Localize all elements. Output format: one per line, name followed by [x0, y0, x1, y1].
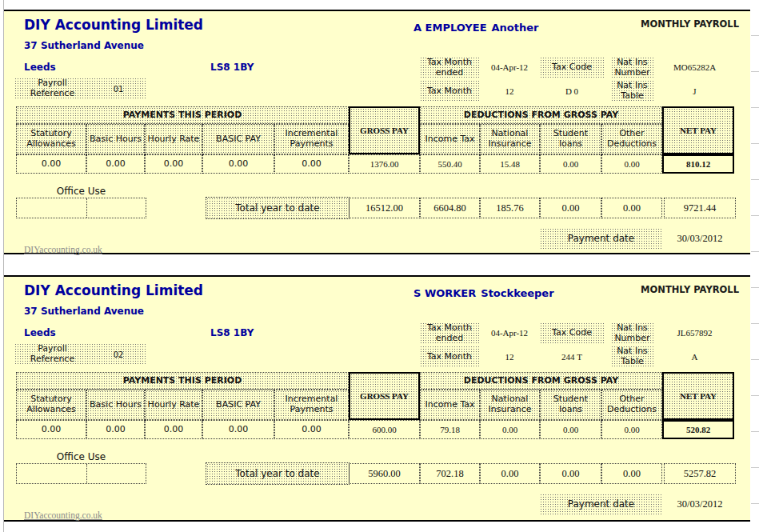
office-use-label: Office Use — [16, 451, 146, 462]
ytd-income-tax: 702.18 — [420, 463, 480, 484]
col-income-tax: Income Tax — [420, 124, 480, 154]
ytd-national-insurance: 0.00 — [480, 463, 540, 484]
company-name: DIY Accounting Limited — [24, 282, 203, 298]
payroll-reference-field: Payroll Reference 01 — [14, 78, 146, 100]
payment-date-label: Payment date — [540, 228, 662, 249]
col-basic-hours: Basic Hours — [86, 390, 145, 420]
col-hourly-rate: Hourly Rate — [145, 124, 202, 154]
ytd-student-loans: 0.00 — [540, 198, 601, 218]
tax-month-value: 12 — [479, 346, 540, 368]
tax-info-grid: Tax Month ended 04-Apr-12 Tax Code Nat I… — [420, 322, 736, 368]
col-other-deductions: Other Deductions — [601, 390, 662, 420]
col-basic-pay: BASIC PAY — [202, 124, 274, 154]
nat-ins-number-label: Nat Ins Number — [611, 57, 653, 78]
value-basic-pay: 0.00 — [202, 154, 274, 174]
deductions-header: DEDUCTIONS FROM GROSS PAY — [420, 106, 662, 124]
tax-month-label: Tax Month — [420, 80, 479, 102]
office-use-cell — [17, 198, 87, 218]
payroll-reference-field: Payroll Reference 02 — [14, 343, 146, 366]
tax-code-value: D 0 — [540, 80, 604, 102]
value-income-tax: 79.18 — [420, 420, 480, 439]
ytd-net-pay: 5257.82 — [664, 463, 736, 484]
payroll-type-label: MONTHLY PAYROLL — [641, 18, 739, 30]
website-link[interactable]: DIYaccounting.co.uk — [24, 245, 102, 254]
col-student-loans: Student loans — [540, 124, 601, 154]
tax-month-ended-label: Tax Month ended — [420, 322, 479, 344]
col-basic-pay: BASIC PAY — [202, 390, 274, 420]
value-national-insurance: 15.48 — [480, 154, 540, 174]
value-incremental-payments: 0.00 — [274, 154, 349, 174]
col-student-loans: Student loans — [540, 390, 601, 420]
ytd-national-insurance: 185.76 — [480, 198, 540, 218]
employee-role: Stockkeeper — [481, 287, 553, 299]
payslip-1: DIY Accounting Limited 37 Sutherland Ave… — [4, 10, 750, 254]
net-pay-header: NET PAY — [662, 106, 734, 154]
tax-code-value: 244 T — [540, 346, 604, 368]
col-national-insurance: National Insurance — [480, 124, 540, 154]
employee-name: S WORKER — [413, 287, 476, 299]
payments-this-period-header: PAYMENTS THIS PERIOD — [16, 106, 349, 124]
tax-info-grid: Tax Month ended 04-Apr-12 Tax Code Nat I… — [420, 57, 736, 102]
value-hourly-rate: 0.00 — [145, 420, 202, 439]
pay-table: PAYMENTS THIS PERIOD GROSS PAY DEDUCTION… — [16, 372, 734, 439]
col-statutory-allowances: Statutory Allowances — [16, 390, 86, 420]
payment-date-value: 30/03/2012 — [664, 494, 736, 514]
col-hourly-rate: Hourly Rate — [145, 390, 202, 420]
employee-role: Another — [492, 22, 539, 34]
website-link[interactable]: DIYaccounting.co.uk — [24, 510, 102, 520]
nat-ins-table-label: Nat Ins Table — [611, 346, 653, 368]
tax-month-ended-value: 04-Apr-12 — [479, 57, 540, 78]
tax-month-ended-label: Tax Month ended — [420, 57, 479, 78]
company-postcode: LS8 1BY — [210, 327, 254, 338]
employee-name: A EMPLOYEE — [413, 22, 487, 34]
col-other-deductions: Other Deductions — [601, 124, 662, 154]
ytd-gross-pay: 16512.00 — [349, 198, 420, 218]
payments-this-period-header: PAYMENTS THIS PERIOD — [16, 372, 349, 390]
employee-name-line: S WORKERStockkeeper — [413, 287, 554, 299]
nat-ins-table-value: J — [653, 80, 736, 102]
value-hourly-rate: 0.00 — [145, 154, 202, 174]
payment-date-value: 30/03/2012 — [664, 228, 736, 249]
tax-month-value: 12 — [479, 80, 540, 102]
nat-ins-number-value: JL657892 — [653, 322, 736, 344]
nat-ins-table-value: A — [653, 346, 736, 368]
payroll-reference-label: Payroll Reference — [14, 344, 90, 364]
value-incremental-payments: 0.00 — [274, 420, 349, 439]
col-incremental-payments: Incremental Payments — [274, 124, 349, 154]
ytd-other-deductions: 0.00 — [601, 463, 662, 484]
value-basic-hours: 0.00 — [86, 420, 145, 439]
nat-ins-number-value: MO65282A — [653, 57, 736, 78]
employee-name-line: A EMPLOYEEAnother — [413, 22, 538, 34]
total-year-to-date-label: Total year to date — [206, 197, 350, 219]
payment-date-label: Payment date — [540, 494, 662, 514]
company-name: DIY Accounting Limited — [24, 17, 203, 33]
col-income-tax: Income Tax — [420, 390, 480, 420]
nat-ins-number-label: Nat Ins Number — [611, 322, 653, 344]
company-postcode: LS8 1BY — [210, 62, 254, 73]
value-statutory-allowances: 0.00 — [16, 154, 86, 174]
ytd-net-pay: 9721.44 — [664, 198, 736, 218]
value-net-pay: 810.12 — [662, 154, 734, 174]
tax-month-ended-value: 04-Apr-12 — [479, 322, 540, 344]
payroll-reference-value: 02 — [90, 350, 146, 359]
company-address: 37 Sutherland Avenue — [24, 40, 144, 51]
ytd-gross-pay: 5960.00 — [349, 463, 420, 484]
deductions-header: DEDUCTIONS FROM GROSS PAY — [420, 372, 662, 390]
value-other-deductions: 0.00 — [601, 154, 662, 174]
value-student-loans: 0.00 — [540, 420, 601, 439]
office-use-cell — [17, 464, 87, 483]
col-statutory-allowances: Statutory Allowances — [16, 124, 86, 154]
value-national-insurance: 0.00 — [480, 420, 540, 439]
gross-pay-header: GROSS PAY — [349, 106, 420, 154]
total-year-to-date-label: Total year to date — [206, 462, 350, 485]
ytd-student-loans: 0.00 — [540, 463, 601, 484]
net-pay-header: NET PAY — [662, 372, 734, 420]
company-city: Leeds — [24, 62, 56, 73]
nat-ins-table-label: Nat Ins Table — [611, 80, 653, 102]
value-net-pay: 520.82 — [662, 420, 734, 439]
value-gross-pay: 600.00 — [349, 420, 420, 439]
value-basic-hours: 0.00 — [86, 154, 145, 174]
office-use-box — [16, 463, 146, 484]
office-use-label: Office Use — [16, 186, 146, 197]
payroll-reference-value: 01 — [90, 85, 146, 94]
